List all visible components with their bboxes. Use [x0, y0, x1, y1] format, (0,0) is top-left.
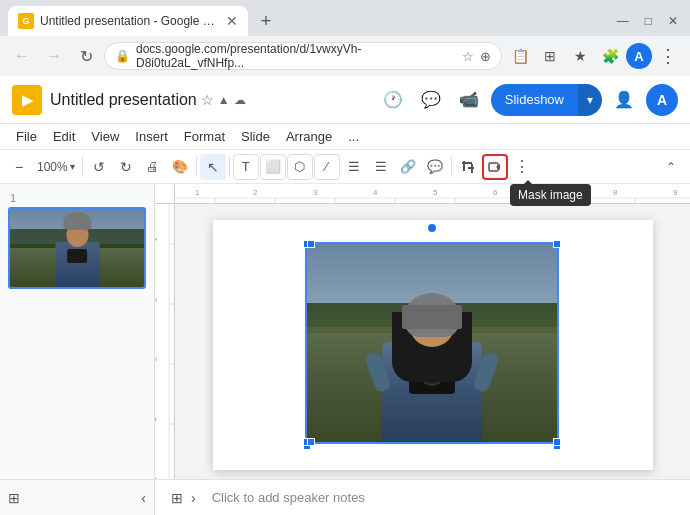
comment-tool[interactable]: ☰: [341, 154, 367, 180]
address-bar[interactable]: 🔒 docs.google.com/presentation/d/1vwxyVh…: [104, 42, 502, 70]
menu-view[interactable]: View: [83, 127, 127, 146]
canvas-scroll[interactable]: [175, 204, 690, 479]
extension-btn-3[interactable]: ★: [566, 42, 594, 70]
slide-item-1[interactable]: 1: [8, 192, 146, 289]
handle-top-control[interactable]: [428, 224, 436, 232]
forward-button[interactable]: →: [40, 42, 68, 70]
maximize-icon[interactable]: □: [645, 14, 652, 28]
share-icon[interactable]: ⊕: [480, 49, 491, 64]
extension-btn-1[interactable]: 📋: [506, 42, 534, 70]
main-content: 1: [0, 184, 690, 515]
svg-text:9: 9: [673, 188, 678, 197]
comments-button[interactable]: 💬: [415, 84, 447, 116]
undo-button[interactable]: ↺: [86, 154, 112, 180]
slideshow-dropdown-button[interactable]: ▾: [578, 84, 602, 116]
slide-canvas: [213, 220, 653, 470]
toolbar-sep-1: [82, 157, 83, 177]
more-tools-button[interactable]: ⋮: [509, 154, 535, 180]
menu-more[interactable]: ...: [340, 127, 367, 146]
crop-tool[interactable]: [455, 154, 481, 180]
minimize-icon[interactable]: —: [617, 14, 629, 28]
svg-text:2: 2: [155, 297, 159, 302]
svg-text:6: 6: [493, 188, 498, 197]
svg-text:3: 3: [155, 357, 159, 362]
slideshow-main-button[interactable]: Slideshow: [491, 84, 578, 116]
star-icon[interactable]: ☆: [462, 49, 474, 64]
print-button[interactable]: 🖨: [140, 154, 166, 180]
slide-number-1: 1: [8, 192, 146, 204]
menu-insert[interactable]: Insert: [127, 127, 176, 146]
handle-br[interactable]: [553, 438, 561, 446]
history-button[interactable]: 🕐: [377, 84, 409, 116]
svg-text:3: 3: [313, 188, 318, 197]
active-tab[interactable]: G Untitled presentation - Google S... ✕: [8, 6, 248, 36]
extensions-icon[interactable]: 🧩: [596, 42, 624, 70]
menu-arrange[interactable]: Arrange: [278, 127, 340, 146]
handle-tr[interactable]: [553, 240, 561, 248]
menu-file[interactable]: File: [8, 127, 45, 146]
meet-button[interactable]: 📹: [453, 84, 485, 116]
zoom-dropdown[interactable]: 100% ▾: [33, 160, 79, 174]
tooltip-text: Mask image: [518, 188, 583, 202]
comment-insert-tool[interactable]: 💬: [422, 154, 448, 180]
paint-format-button[interactable]: 🎨: [167, 154, 193, 180]
horizontal-ruler: 1 2 3 4 5 6 7 8: [175, 184, 690, 204]
lock-icon: 🔒: [115, 49, 130, 63]
align-tool[interactable]: ☰: [368, 154, 394, 180]
redo-button[interactable]: ↻: [113, 154, 139, 180]
link-tool[interactable]: 🔗: [395, 154, 421, 180]
line-tool[interactable]: ∕: [314, 154, 340, 180]
app-title[interactable]: Untitled presentation: [50, 91, 197, 109]
ruler-v-svg: 1 2 3 4 5: [155, 204, 175, 479]
menu-dots[interactable]: ⋮: [654, 42, 682, 70]
mask-image-tooltip: Mask image: [510, 184, 591, 206]
address-text: docs.google.com/presentation/d/1vwxyVh-D…: [136, 42, 456, 70]
tab-bar: G Untitled presentation - Google S... ✕ …: [0, 0, 690, 36]
toolbar: − 100% ▾ ↺ ↻ 🖨 🎨 ↖ T ⬜ ⬡ ∕ ☰ ☰ 🔗 💬: [0, 150, 690, 184]
back-button[interactable]: ←: [8, 42, 36, 70]
image-tool[interactable]: ⬜: [260, 154, 286, 180]
profile-button[interactable]: A: [646, 84, 678, 116]
menu-format[interactable]: Format: [176, 127, 233, 146]
app-title-area: Untitled presentation ☆ ▲ ☁: [50, 91, 246, 109]
shape-tool[interactable]: ⬡: [287, 154, 313, 180]
svg-text:8: 8: [613, 188, 618, 197]
zoom-value: 100%: [37, 160, 68, 174]
close-icon[interactable]: ✕: [668, 14, 678, 28]
new-tab-button[interactable]: +: [252, 7, 280, 35]
header-tools: 🕐 💬 📹 Slideshow ▾ 👤 A: [377, 84, 678, 116]
text-tool[interactable]: T: [233, 154, 259, 180]
tab-close-icon[interactable]: ✕: [226, 13, 238, 29]
notes-placeholder[interactable]: Click to add speaker notes: [212, 490, 365, 505]
toolbar-sep-4: [451, 157, 452, 177]
handle-tm[interactable]: [307, 240, 315, 248]
menu-edit[interactable]: Edit: [45, 127, 83, 146]
menu-slide[interactable]: Slide: [233, 127, 278, 146]
star-icon[interactable]: ☆: [201, 92, 214, 108]
speaker-notes-area: ⊞ › Click to add speaker notes: [155, 479, 690, 515]
menu-bar: File Edit View Insert Format Slide Arran…: [0, 124, 690, 150]
photo-content: [307, 244, 557, 442]
collapse-notes-button[interactable]: ›: [191, 490, 196, 506]
mask-image-button[interactable]: [482, 154, 508, 180]
handle-bm[interactable]: [307, 438, 315, 446]
extension-btn-2[interactable]: ⊞: [536, 42, 564, 70]
cloud-icon[interactable]: ☁: [234, 93, 246, 107]
grid-view-button[interactable]: ⊞: [8, 490, 20, 506]
reload-button[interactable]: ↻: [72, 42, 100, 70]
svg-rect-1: [462, 162, 472, 164]
collapse-panel-button[interactable]: ‹: [141, 490, 146, 506]
profile-avatar[interactable]: A: [626, 43, 652, 69]
extensions-area: 📋 ⊞ ★ 🧩 A ⋮: [506, 42, 682, 70]
window-controls: — □ ✕: [617, 14, 682, 28]
selected-image[interactable]: [305, 242, 559, 444]
address-bar-row: ← → ↻ 🔒 docs.google.com/presentation/d/1…: [0, 36, 690, 76]
collapse-toolbar-button[interactable]: ⌃: [658, 154, 684, 180]
logo-icon: ▶: [22, 92, 33, 108]
accounts-button[interactable]: 👤: [608, 84, 640, 116]
svg-rect-3: [471, 164, 473, 173]
zoom-out-button[interactable]: −: [6, 154, 32, 180]
select-tool[interactable]: ↖: [200, 154, 226, 180]
notes-toggle-button[interactable]: ⊞: [171, 490, 183, 506]
drive-icon[interactable]: ▲: [218, 93, 230, 107]
